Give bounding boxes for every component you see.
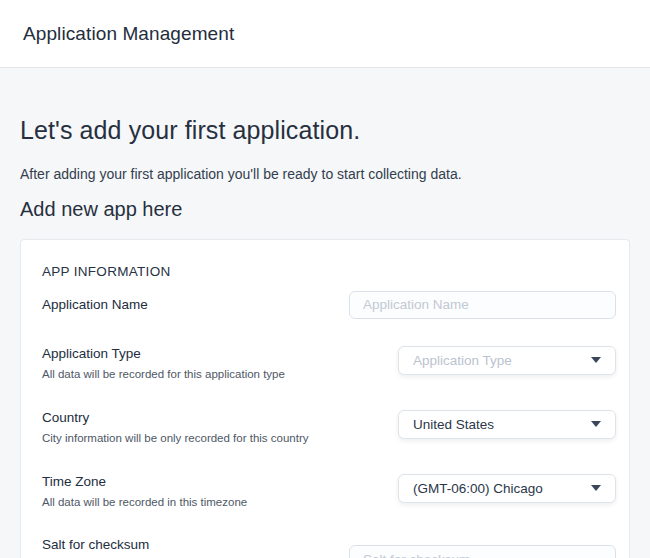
timezone-label: Time Zone	[42, 473, 247, 491]
add-new-app-heading: Add new app here	[20, 198, 630, 221]
application-type-label: Application Type	[42, 345, 285, 363]
salt-label-col: Salt for checksum Will only accept reque…	[42, 536, 344, 558]
app-information-card: APP INFORMATION Application Name Applica…	[20, 239, 630, 558]
app-information-section-title: APP INFORMATION	[42, 264, 616, 279]
application-type-helper: All data will be recorded for this appli…	[42, 366, 285, 383]
application-name-label: Application Name	[42, 296, 148, 314]
timezone-row: Time Zone All data will be recorded in t…	[42, 473, 616, 511]
application-name-label-col: Application Name	[42, 296, 158, 314]
hero-heading: Let's add your first application.	[20, 115, 630, 145]
application-management-screen: Application Management Let's add your fi…	[0, 0, 650, 558]
salt-row: Salt for checksum Will only accept reque…	[42, 536, 616, 558]
caret-down-icon	[591, 357, 601, 363]
timezone-select-value: (GMT-06:00) Chicago	[413, 481, 543, 496]
country-select[interactable]: United States	[398, 410, 616, 439]
application-type-select-value: Application Type	[413, 353, 512, 368]
application-type-label-col: Application Type All data will be record…	[42, 345, 295, 383]
country-select-value: United States	[413, 417, 494, 432]
caret-down-icon	[591, 485, 601, 491]
page-header: Application Management	[0, 0, 650, 68]
salt-for-checksum-input[interactable]	[349, 545, 616, 558]
timezone-label-col: Time Zone All data will be recorded in t…	[42, 473, 257, 511]
timezone-helper: All data will be recorded in this timezo…	[42, 494, 247, 511]
hero-subheading: After adding your first application you'…	[20, 166, 630, 183]
timezone-select[interactable]: (GMT-06:00) Chicago	[398, 474, 616, 503]
application-type-select[interactable]: Application Type	[398, 346, 616, 375]
country-label: Country	[42, 409, 309, 427]
application-name-input[interactable]	[349, 291, 616, 319]
page-title: Application Management	[23, 23, 234, 45]
application-name-row: Application Name	[42, 291, 616, 319]
country-helper: City information will be only recorded f…	[42, 430, 309, 447]
application-type-row: Application Type All data will be record…	[42, 345, 616, 383]
country-label-col: Country City information will be only re…	[42, 409, 319, 447]
salt-label: Salt for checksum	[42, 536, 334, 554]
caret-down-icon	[591, 421, 601, 427]
main-content: Let's add your first application. After …	[0, 68, 650, 558]
country-row: Country City information will be only re…	[42, 409, 616, 447]
